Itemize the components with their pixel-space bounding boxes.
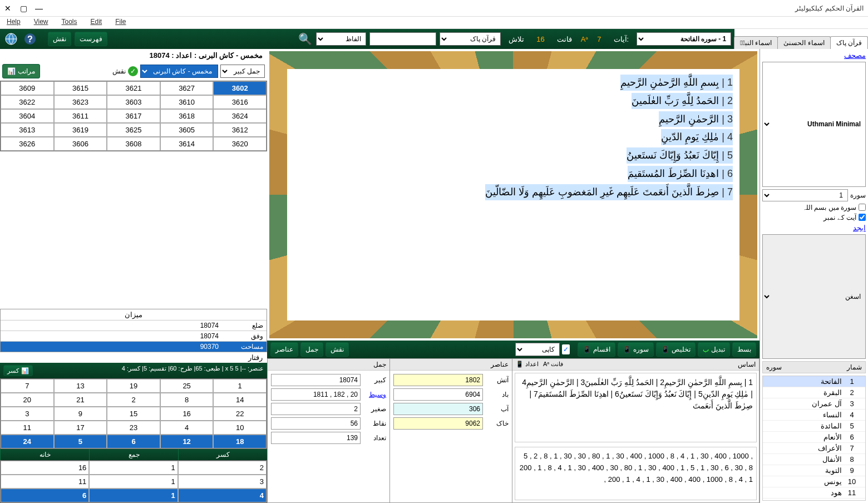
grid-cell[interactable]: 3609 [1, 81, 54, 95]
sura-row[interactable]: 8الأنفال [763, 454, 865, 465]
tab-quran[interactable]: قرآن پاک [830, 36, 868, 49]
menu-help[interactable]: Help [4, 17, 23, 28]
source-select[interactable]: قرآن پاک [440, 32, 501, 46]
grid-cell[interactable]: 24 [1, 435, 54, 448]
aqsam-btn[interactable]: 📱 اقسام [578, 342, 615, 357]
grid-cell[interactable]: 16 [160, 407, 214, 421]
minimize-icon[interactable]: ― [36, 5, 42, 12]
naqsh-button[interactable]: نقش [48, 32, 71, 46]
grid-cell[interactable]: 3626 [1, 137, 54, 151]
copy-icon[interactable]: ✓ [562, 344, 570, 354]
jamal-input[interactable] [271, 374, 361, 386]
menu-edit[interactable]: Edit [88, 17, 105, 28]
grid-cell[interactable]: 3608 [107, 137, 160, 151]
grid-cell[interactable]: 19 [107, 379, 160, 393]
grid-cell[interactable]: 3603 [107, 95, 160, 109]
grid-cell[interactable]: 3624 [213, 109, 267, 123]
asas-text[interactable]: 1 | بِسمِ اللَّهِ الرَّحمٰنِ الرَّحيمِ2 … [515, 373, 757, 442]
search-icon[interactable]: 🔍 [297, 31, 313, 47]
grid-cell[interactable]: 3618 [160, 109, 214, 123]
jamal-btn[interactable]: جمل [300, 342, 323, 357]
ayah-line[interactable]: 3 | الرَّحمٰنِ الرَّحيمِ [292, 110, 735, 129]
copy-select[interactable]: کاپی [515, 343, 560, 356]
grid-cell[interactable]: 23 [107, 421, 160, 435]
adad-tool[interactable]: اعداد 📱 [516, 361, 539, 368]
abjad-link[interactable]: ابجد [762, 224, 866, 232]
sura-row[interactable]: 11هود [763, 487, 865, 499]
mushaf-link[interactable]: مصحف [762, 51, 866, 60]
method-select[interactable]: مخمس - كاش البرنى [140, 65, 218, 78]
sura-row[interactable]: 7الأعراف [763, 443, 865, 454]
grid-cell[interactable]: 3623 [54, 95, 107, 109]
grid-cell[interactable]: 4 [160, 421, 214, 435]
sura-row[interactable]: 1الفاتحة [763, 376, 865, 387]
sura-row[interactable]: 9التوبة [763, 465, 865, 476]
search-type-select[interactable]: الفاظ [316, 32, 366, 46]
sura-row[interactable]: 4النساء [763, 410, 865, 421]
jamal-input[interactable] [271, 388, 361, 401]
grid-cell[interactable]: 3627 [160, 81, 214, 95]
anasir-input[interactable] [393, 388, 483, 401]
ayah-line[interactable]: 5 | إِيّاكَ نَعبُدُ وَإِيّاكَ نَستَعينُ [292, 146, 735, 165]
chk-ayat-num[interactable] [859, 214, 866, 221]
grid-cell[interactable]: 3625 [107, 123, 160, 137]
kasr-btn[interactable]: 📊 کسر [3, 365, 33, 376]
grid-cell[interactable]: 9 [54, 407, 107, 421]
grid-cell[interactable]: 18 [213, 435, 267, 448]
script-select[interactable]: Uthmani Minimal [762, 62, 866, 187]
check-icon[interactable]: ✓ [128, 66, 138, 76]
ayah-line[interactable]: 7 | صِرٰطَ الَّذينَ أَنعَمتَ عَلَيهِم غَ… [292, 183, 735, 201]
sura-row[interactable]: 3آل عمران [763, 398, 865, 410]
help-icon[interactable]: ? [22, 31, 38, 47]
grid-cell[interactable]: 3611 [54, 109, 107, 123]
grid-cell[interactable]: 3615 [54, 81, 107, 95]
grid-cell[interactable]: 21 [54, 393, 107, 407]
grid-cell[interactable]: 10 [213, 421, 267, 435]
grid-cell[interactable]: 17 [54, 421, 107, 435]
font-tool[interactable]: فانت Aᵃ [543, 361, 563, 368]
anasir-input[interactable] [393, 417, 483, 430]
bast-btn[interactable]: بسط [732, 342, 756, 357]
grid-cell[interactable]: 2 [107, 393, 160, 407]
surah-num-select[interactable]: 1 [762, 189, 848, 201]
grid-cell[interactable]: 3610 [160, 95, 214, 109]
tabdeel-btn[interactable]: ب تبدیل [698, 342, 730, 357]
menu-tools[interactable]: Tools [59, 17, 79, 28]
menu-view[interactable]: View [32, 17, 51, 28]
grid-cell[interactable]: 3604 [1, 109, 54, 123]
anasir-btn[interactable]: عناصر [270, 342, 298, 357]
jamal-input[interactable] [271, 432, 361, 444]
grid-cell[interactable]: 12 [160, 435, 214, 448]
grid-cell[interactable]: 3613 [1, 123, 54, 137]
sura-row[interactable]: 10يونس [763, 476, 865, 487]
maratib-btn[interactable]: 📊 مراتب [2, 64, 40, 78]
grid-cell[interactable]: 3606 [54, 137, 107, 151]
grid-cell[interactable]: 3617 [107, 109, 160, 123]
grid-cell[interactable]: 15 [107, 407, 160, 421]
grid-cell[interactable]: 6 [107, 435, 160, 448]
grid-cell[interactable]: 25 [160, 379, 214, 393]
ayah-line[interactable]: 6 | اهدِنَا الصِّرٰطَ المُستَقيمَ [292, 165, 735, 183]
sura-list[interactable]: 1الفاتحة2البقرة3آل عمران4النساء5المائدة6… [762, 376, 866, 501]
fihrist-button[interactable]: فهرست [75, 32, 107, 46]
grid-cell[interactable]: 3620 [213, 137, 267, 151]
maximize-icon[interactable]: ▢ [20, 5, 27, 12]
grid-cell[interactable]: 13 [54, 379, 107, 393]
sura-row[interactable]: 5المائدة [763, 421, 865, 432]
sura-row[interactable]: 6الأنعام [763, 432, 865, 443]
quran-text[interactable]: 1 | بِسمِ اللَّهِ الرَّحمٰنِ الرَّحيمِ2 … [287, 69, 739, 320]
anasir-input[interactable] [393, 374, 483, 386]
grid-cell[interactable]: 3622 [1, 95, 54, 109]
tab-asma-husna[interactable]: اسماء الحسنیٰ [777, 36, 830, 49]
grid-cell[interactable]: 3614 [160, 137, 214, 151]
close-icon[interactable]: ✕ [4, 5, 11, 12]
grid-cell[interactable]: 20 [1, 393, 54, 407]
anasir-input[interactable] [393, 403, 483, 415]
grid-cell[interactable]: 3602 [213, 81, 267, 95]
search-input[interactable] [369, 32, 436, 46]
method-type-select[interactable]: جمل کبیر [220, 65, 265, 78]
grid-cell[interactable]: 11 [1, 421, 54, 435]
grid-cell[interactable]: 3616 [213, 95, 267, 109]
grid-cell[interactable]: 3 [1, 407, 54, 421]
takhlees-btn[interactable]: 📱 تخلیص [656, 342, 696, 357]
